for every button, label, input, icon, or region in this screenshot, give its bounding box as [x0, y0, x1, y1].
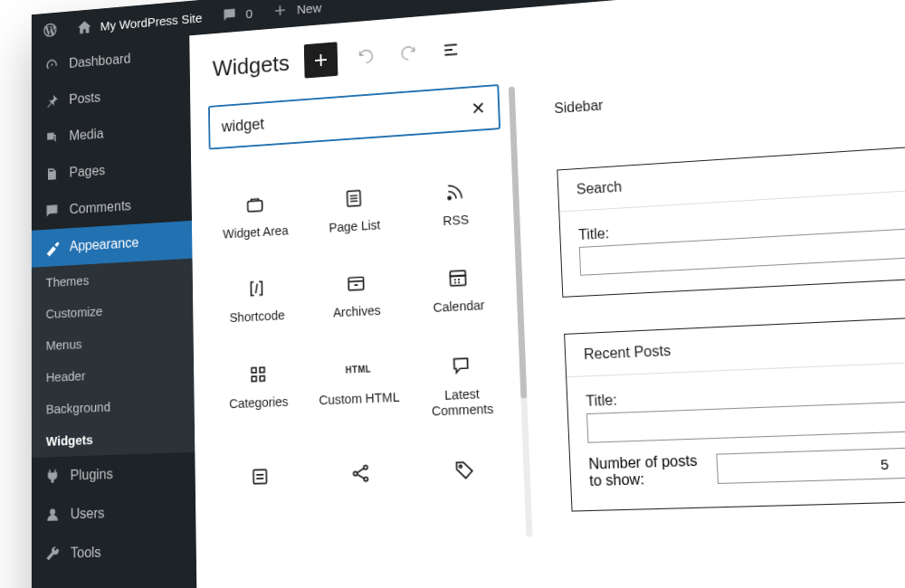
block-label: Categories	[229, 394, 289, 413]
calendar-icon	[446, 266, 470, 290]
svg-point-2	[448, 196, 451, 199]
block-tag[interactable]	[415, 450, 515, 498]
plus-icon	[272, 2, 290, 20]
block-label: Latest Comments	[415, 385, 510, 421]
block-archives[interactable]: Archives	[309, 263, 405, 327]
page-title: Widgets	[213, 50, 290, 81]
svg-rect-8	[260, 375, 264, 381]
site-name: My WordPress Site	[100, 10, 203, 33]
admin-sidebar: Dashboard Posts Media Pages Comments	[32, 35, 198, 588]
nav-label: Appearance	[70, 235, 139, 254]
block-label: RSS	[443, 213, 469, 230]
tag-icon	[452, 458, 476, 482]
block-inserter-panel: ✕ Widget Area Page List	[190, 78, 543, 588]
nav-label: Plugins	[71, 466, 113, 483]
block-more[interactable]	[214, 457, 308, 505]
widget-search[interactable]: Search Title:	[557, 138, 905, 298]
svg-rect-6	[260, 367, 264, 373]
appearance-submenu: Themes Customize Menus Header Background…	[32, 259, 195, 458]
svg-rect-5	[252, 367, 256, 372]
appearance-icon	[44, 239, 61, 257]
redo-icon	[398, 43, 417, 63]
block-label: Shortcode	[229, 308, 284, 327]
block-shortcode[interactable]: Shortcode	[211, 269, 304, 332]
categories-icon	[247, 362, 270, 385]
pin-icon	[44, 92, 60, 110]
block-label: Page List	[329, 218, 380, 236]
wp-logo-menu[interactable]	[43, 22, 58, 39]
outline-button[interactable]	[436, 35, 464, 65]
search-input[interactable]	[222, 100, 472, 136]
page-list-icon	[342, 186, 365, 210]
plus-icon	[310, 49, 331, 71]
svg-point-12	[364, 477, 367, 480]
comments-icon	[44, 202, 60, 220]
block-share[interactable]	[313, 453, 410, 501]
block-rss[interactable]: RSS	[407, 172, 505, 237]
redo-button[interactable]	[395, 39, 423, 69]
new-content-link[interactable]: New	[272, 0, 322, 20]
latest-comments-icon	[449, 353, 472, 377]
tools-icon	[44, 545, 61, 563]
new-label: New	[297, 0, 322, 16]
block-widget-area[interactable]: Widget Area	[209, 185, 301, 248]
subnav-widgets[interactable]: Widgets	[32, 420, 195, 458]
block-latest-comments[interactable]: Latest Comments	[413, 346, 512, 426]
widget-area-canvas: Sidebar Search Title: Recent Posts Ti	[518, 34, 905, 588]
wordpress-icon	[43, 22, 58, 39]
nav-label: Users	[71, 506, 105, 523]
block-label: Custom HTML	[319, 390, 399, 409]
comment-icon	[222, 5, 238, 24]
svg-point-11	[364, 465, 367, 469]
svg-rect-4	[450, 271, 465, 287]
nav-label: Comments	[70, 198, 131, 217]
block-page-list[interactable]: Page List	[307, 178, 402, 242]
archives-icon	[345, 271, 367, 296]
home-icon	[77, 18, 92, 36]
plugin-icon	[44, 467, 61, 485]
users-icon	[44, 506, 61, 524]
widget-recent-posts[interactable]: Recent Posts Title: Number of posts to s…	[564, 310, 905, 511]
undo-button[interactable]	[352, 42, 380, 71]
block-label: Archives	[333, 303, 381, 321]
num-posts-input[interactable]	[716, 442, 905, 484]
list-icon	[441, 40, 461, 60]
nav-label: Pages	[70, 163, 106, 180]
editor-main: Widgets	[189, 0, 905, 588]
nav-label: Tools	[71, 545, 101, 561]
block-grid: Widget Area Page List RSS	[209, 172, 514, 505]
svg-rect-7	[252, 376, 256, 381]
rss-icon	[443, 180, 467, 204]
share-icon	[349, 461, 373, 486]
nav-item-users[interactable]: Users	[32, 491, 196, 535]
block-label: Widget Area	[223, 223, 289, 242]
num-posts-label: Number of posts to show:	[588, 452, 709, 489]
shortcode-icon	[245, 277, 267, 300]
nav-label: Dashboard	[69, 52, 130, 71]
comment-count: 0	[245, 5, 252, 20]
svg-point-13	[459, 465, 462, 468]
pages-icon	[44, 166, 60, 184]
add-block-button[interactable]	[304, 42, 338, 78]
svg-point-10	[354, 471, 357, 475]
media-icon	[44, 128, 60, 147]
nav-item-plugins[interactable]: Plugins	[32, 452, 195, 497]
undo-icon	[357, 46, 376, 66]
html-icon: HTML	[346, 365, 372, 375]
block-custom-html[interactable]: HTML Custom HTML	[311, 350, 408, 430]
block-calendar[interactable]: Calendar	[410, 258, 509, 323]
clear-search-button[interactable]: ✕	[471, 98, 486, 119]
widget-area-icon	[244, 193, 266, 216]
svg-rect-9	[253, 469, 266, 483]
nav-item-tools[interactable]: Tools	[32, 530, 196, 574]
list-block-icon	[249, 464, 272, 488]
comments-link[interactable]: 0	[222, 5, 253, 24]
dashboard-icon	[44, 56, 60, 73]
svg-rect-0	[248, 201, 262, 212]
widget-area-title: Sidebar	[554, 65, 905, 117]
block-categories[interactable]: Categories	[212, 355, 306, 433]
svg-rect-3	[348, 278, 364, 291]
site-home-link[interactable]: My WordPress Site	[77, 9, 203, 36]
nav-label: Posts	[69, 90, 100, 107]
nav-label: Media	[69, 127, 103, 144]
